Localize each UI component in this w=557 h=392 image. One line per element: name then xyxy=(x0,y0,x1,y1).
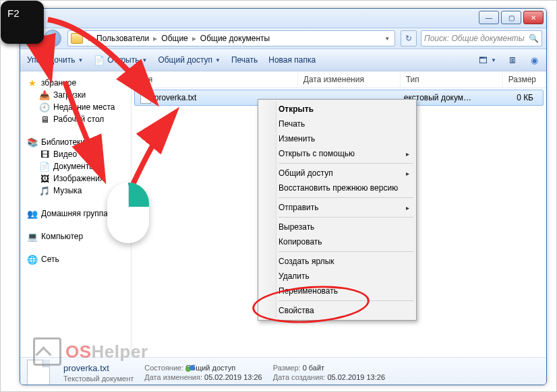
annotation-mouse-icon xyxy=(107,183,149,243)
annotation-f2-key: F2 xyxy=(1,1,44,44)
watermark-oshelper: OSHelper xyxy=(33,337,148,366)
watermark-cursor-icon xyxy=(33,337,61,366)
annotation-arrow xyxy=(1,1,557,392)
